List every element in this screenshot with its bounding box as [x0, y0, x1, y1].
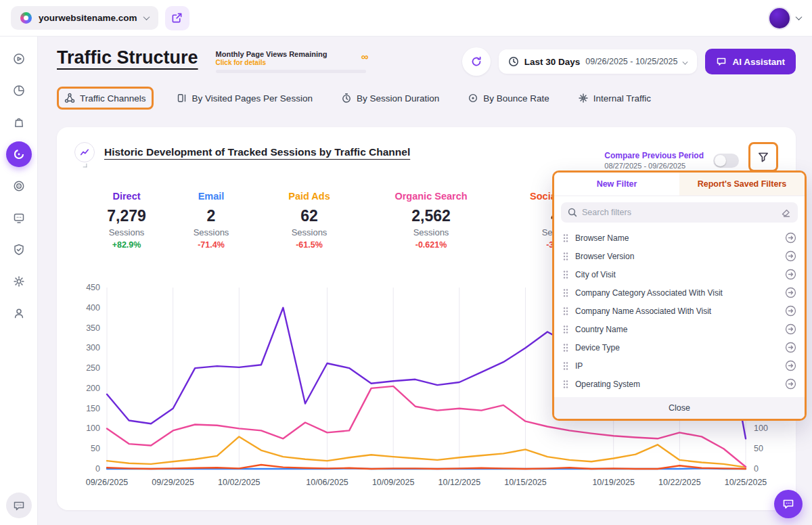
svg-text:450: 450	[86, 283, 100, 292]
tab-visited-pages[interactable]: By Visited Pages Per Session	[171, 89, 318, 108]
channel-change: -0.621%	[367, 240, 495, 250]
svg-text:10/19/2025: 10/19/2025	[592, 478, 635, 487]
filter-item-label: Operating System	[575, 380, 779, 389]
channel-change: -71.4%	[171, 240, 252, 250]
drag-handle-icon[interactable]	[562, 233, 569, 243]
sidebar-item-sessions[interactable]	[6, 205, 32, 231]
pie-chart-icon	[12, 84, 26, 97]
apply-filter-arrow-icon[interactable]	[785, 360, 796, 371]
svg-text:250: 250	[86, 363, 100, 373]
apply-filter-arrow-icon[interactable]	[785, 250, 796, 262]
sidebar-item-overview[interactable]	[6, 46, 32, 72]
filter-item-row[interactable]: Browser Version	[554, 247, 805, 265]
apply-filter-arrow-icon[interactable]	[785, 232, 796, 244]
filter-item-label: Company Name Associated With Visit	[575, 306, 779, 316]
website-selector[interactable]: yourwebsitename.com	[11, 6, 158, 30]
sidebar-item-security[interactable]	[6, 237, 32, 262]
svg-text:0: 0	[754, 464, 759, 474]
ai-assistant-label: AI Assistant	[732, 57, 785, 67]
sidebar-support-button[interactable]	[6, 493, 32, 518]
date-range-selector[interactable]: Last 30 Days 09/26/2025 - 10/25/2025	[499, 49, 698, 74]
channel-sessions-value: 7,279	[89, 207, 164, 225]
drag-handle-icon[interactable]	[562, 252, 569, 261]
channel-change: +82.9%	[89, 240, 164, 250]
ai-assistant-button[interactable]: AI Assistant	[705, 49, 796, 74]
quota-title: Monthly Page Views Remaining	[216, 50, 366, 58]
filter-item-row[interactable]: Device Type	[554, 338, 805, 357]
snowflake-network-icon	[578, 93, 589, 104]
stat-direct: Direct 7,279 Sessions +82.9%	[89, 191, 164, 250]
tab-traffic-channels[interactable]: Traffic Channels	[59, 89, 152, 108]
drag-handle-icon[interactable]	[562, 288, 569, 298]
user-avatar[interactable]	[768, 7, 791, 30]
tab-internal-traffic[interactable]: Internal Traffic	[572, 89, 656, 108]
filter-item-row[interactable]: Country Name	[554, 320, 805, 338]
filter-button[interactable]	[750, 144, 776, 170]
sidebar-item-tracking[interactable]	[6, 173, 32, 199]
apply-filter-arrow-icon[interactable]	[785, 378, 796, 390]
tab-new-filter[interactable]: New Filter	[554, 173, 679, 196]
channel-name[interactable]: Direct	[89, 191, 164, 202]
drag-handle-icon[interactable]	[562, 325, 569, 334]
filter-item-row[interactable]: IP	[554, 357, 805, 375]
sidebar-item-users[interactable]	[6, 300, 32, 326]
external-link-icon	[171, 12, 183, 24]
chevron-down-icon[interactable]	[796, 14, 803, 20]
tab-session-duration[interactable]: By Session Duration	[336, 89, 445, 108]
sidebar-item-reports[interactable]	[6, 78, 32, 104]
eraser-icon	[781, 208, 791, 218]
clear-search-button[interactable]	[781, 208, 791, 218]
support-chat-fab[interactable]	[774, 490, 803, 518]
filter-item-row[interactable]: City of Visit	[554, 265, 805, 283]
quota-details-link[interactable]: Click for details	[216, 59, 366, 66]
drag-handle-icon[interactable]	[562, 380, 569, 389]
filter-item-row[interactable]: Operating System	[554, 375, 805, 393]
sidebar-item-ecommerce[interactable]	[6, 110, 32, 135]
filter-list: Browser NameBrowser VersionCity of Visit…	[554, 229, 805, 393]
range-dates: 09/26/2025 - 10/25/2025	[585, 57, 677, 66]
filter-item-row[interactable]: Company Name Associated With Visit	[554, 302, 805, 320]
svg-text:10/25/2025: 10/25/2025	[725, 478, 767, 487]
tab-label: By Session Duration	[357, 93, 439, 104]
apply-filter-arrow-icon[interactable]	[785, 305, 796, 317]
refresh-button[interactable]	[462, 47, 491, 76]
drag-handle-icon[interactable]	[562, 270, 569, 279]
toggle-knob	[715, 155, 726, 166]
svg-text:10/15/2025: 10/15/2025	[504, 478, 547, 487]
filter-item-label: IP	[575, 361, 779, 371]
filter-item-label: Device Type	[575, 343, 779, 352]
main-content: Traffic Structure Monthly Page Views Rem…	[38, 37, 812, 525]
sidebar-item-traffic[interactable]	[6, 141, 32, 167]
stat-organic-search: Organic Search 2,562 Sessions -0.621%	[367, 191, 495, 250]
apply-filter-arrow-icon[interactable]	[785, 323, 796, 335]
channel-name[interactable]: Email	[171, 191, 252, 202]
compare-toggle[interactable]	[713, 154, 739, 168]
drag-handle-icon[interactable]	[562, 343, 569, 352]
svg-text:200: 200	[86, 384, 100, 393]
chevron-down-icon	[683, 59, 688, 64]
filter-search-input[interactable]	[582, 208, 776, 217]
filter-item-row[interactable]: Browser Name	[554, 229, 805, 247]
apply-filter-arrow-icon[interactable]	[785, 269, 796, 280]
drag-handle-icon[interactable]	[562, 361, 569, 371]
top-bar: yourwebsitename.com	[0, 0, 812, 37]
channel-name[interactable]: Paid Ads	[258, 191, 360, 202]
open-website-button[interactable]	[165, 6, 189, 30]
funnel-icon	[757, 151, 769, 163]
range-label: Last 30 Days	[524, 57, 581, 67]
tab-bounce-rate[interactable]: By Bounce Rate	[462, 89, 555, 108]
chat-bubble-icon	[716, 56, 727, 67]
chart-type-selector[interactable]	[74, 142, 95, 168]
svg-text:10/22/2025: 10/22/2025	[658, 478, 701, 487]
close-panel-button[interactable]: Close	[554, 397, 805, 419]
svg-text:10/09/2025: 10/09/2025	[372, 478, 415, 487]
tab-saved-filters[interactable]: Report's Saved Filters	[679, 173, 805, 196]
svg-text:09/29/2025: 09/29/2025	[152, 478, 194, 487]
drag-handle-icon[interactable]	[562, 306, 569, 316]
filter-item-row[interactable]: Company Category Associated With Visit	[554, 283, 805, 302]
apply-filter-arrow-icon[interactable]	[785, 287, 796, 298]
apply-filter-arrow-icon[interactable]	[785, 342, 796, 353]
channel-name[interactable]: Organic Search	[367, 191, 495, 202]
sidebar-item-settings[interactable]	[6, 269, 32, 294]
filter-panel-tabs: New Filter Report's Saved Filters	[554, 173, 805, 196]
